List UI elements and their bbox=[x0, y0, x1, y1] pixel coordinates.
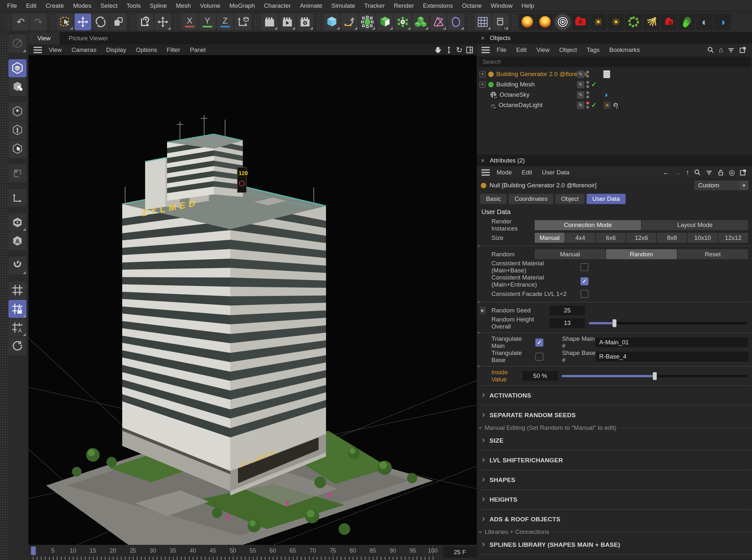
section-splines-library[interactable]: › SPLINES LIBRARY (SHAPES MAIN + BASE) bbox=[477, 537, 752, 552]
render-picture-viewer-button[interactable] bbox=[279, 14, 296, 30]
octane-daylight-button[interactable]: ☀ bbox=[590, 14, 607, 30]
axis-x-button[interactable]: X bbox=[181, 14, 198, 30]
timeline-ruler[interactable]: 5 10 15 20 25 30 35 40 45 50 55 60 65 70… bbox=[28, 545, 440, 560]
pencil-icon[interactable]: ✎ bbox=[577, 91, 584, 99]
subdivision-surface-button[interactable] bbox=[359, 14, 376, 30]
workplane-mode-button[interactable] bbox=[8, 281, 26, 299]
st-tag-button[interactable]: ST bbox=[492, 14, 509, 30]
tab-coordinates[interactable]: Coordinates bbox=[509, 194, 553, 204]
viewport-menu-panel[interactable]: Panel bbox=[185, 46, 211, 54]
menu-render[interactable]: Render bbox=[389, 2, 418, 9]
octane-explosion-button[interactable] bbox=[519, 14, 536, 30]
live-selection-button[interactable] bbox=[57, 14, 74, 30]
octane-sun-alt-button[interactable]: ☀ bbox=[608, 14, 624, 30]
viewport-menu-filter[interactable]: Filter bbox=[162, 46, 185, 54]
volume-button[interactable] bbox=[412, 14, 429, 30]
field-button[interactable] bbox=[448, 14, 464, 30]
snap-button[interactable] bbox=[8, 257, 26, 275]
expand-icon[interactable]: + bbox=[479, 82, 486, 88]
close-icon[interactable]: × bbox=[481, 157, 485, 164]
reset-psr-button[interactable] bbox=[8, 337, 26, 355]
tree-row-building-mesh[interactable]: + Building Mesh ✎ ✓ bbox=[477, 79, 752, 89]
toolbar-drag-handle[interactable] bbox=[4, 14, 11, 30]
random-reset-button[interactable]: Reset bbox=[677, 249, 748, 259]
viewport-menu-view[interactable]: View bbox=[44, 46, 67, 54]
tweak-mode-button[interactable] bbox=[8, 35, 26, 53]
zoom-icon[interactable] bbox=[445, 46, 453, 54]
object-label[interactable]: Building Generator 2.0 @florenoir bbox=[496, 71, 588, 78]
solo-mode-button[interactable] bbox=[8, 214, 26, 232]
object-label[interactable]: OctaneDayLight bbox=[498, 102, 542, 109]
filter-icon[interactable] bbox=[706, 169, 713, 176]
primitive-cube-button[interactable] bbox=[323, 14, 340, 30]
palette-drag-handle[interactable] bbox=[0, 32, 8, 560]
objects-menu-tags[interactable]: Tags bbox=[582, 46, 604, 54]
pencil-icon[interactable]: ✎ bbox=[577, 102, 584, 109]
pencil-icon[interactable]: ✎ bbox=[577, 81, 584, 88]
shape-base-input[interactable] bbox=[596, 352, 748, 361]
enabled-check-icon[interactable]: ✓ bbox=[591, 101, 597, 109]
viewport-menu-cameras[interactable]: Cameras bbox=[67, 46, 101, 54]
model-mode-button[interactable] bbox=[8, 59, 26, 77]
menu-modes[interactable]: Modes bbox=[68, 2, 96, 9]
generator-button[interactable] bbox=[377, 14, 393, 30]
octane-live-viewer-button[interactable] bbox=[554, 14, 571, 30]
octane-texture-blue-button[interactable]: ◑ bbox=[714, 14, 731, 30]
size-6x6-button[interactable]: 6x6 bbox=[596, 233, 626, 243]
random-manual-button[interactable]: Manual bbox=[535, 249, 605, 259]
tree-row-octanesky[interactable]: ST OctaneSky ✎ ◑ bbox=[477, 89, 752, 100]
rotate-tool-button[interactable] bbox=[92, 14, 109, 30]
octane-explosion-alt-button[interactable] bbox=[537, 14, 553, 30]
objects-menu-view[interactable]: View bbox=[531, 46, 554, 54]
octane-scatter-button[interactable] bbox=[625, 14, 642, 30]
enabled-check-icon[interactable]: ✓ bbox=[591, 81, 597, 88]
edges-mode-button[interactable] bbox=[8, 121, 26, 139]
mograph-button[interactable] bbox=[394, 14, 411, 30]
tab-basic[interactable]: Basic bbox=[480, 194, 507, 204]
menu-character[interactable]: Character bbox=[259, 2, 295, 9]
menu-spline[interactable]: Spline bbox=[145, 2, 172, 9]
workplane-button[interactable] bbox=[234, 14, 251, 30]
objects-search-input[interactable] bbox=[479, 58, 750, 66]
visibility-dots-icon[interactable] bbox=[586, 91, 589, 98]
home-icon[interactable]: ⌂ bbox=[719, 46, 723, 54]
workplane-lock-button[interactable] bbox=[8, 300, 26, 318]
orbit-icon[interactable]: ↻ bbox=[456, 46, 462, 54]
move-tool-button[interactable] bbox=[75, 14, 91, 30]
attributes-menu-edit[interactable]: Edit bbox=[517, 169, 537, 176]
menu-animate[interactable]: Animate bbox=[295, 2, 327, 9]
viewport-menu-options[interactable]: Options bbox=[131, 46, 162, 54]
menu-extensions[interactable]: Extensions bbox=[419, 2, 458, 9]
tree-row-octanedaylight[interactable]: ☼ ST OctaneDayLight ✎ ✓ ☀ ⚙ ST bbox=[477, 100, 752, 110]
section-shapes[interactable]: › SHAPES bbox=[477, 473, 752, 487]
axis-mode-button[interactable] bbox=[8, 189, 26, 207]
slider-handle[interactable] bbox=[612, 319, 617, 327]
random-random-button[interactable]: Random bbox=[606, 249, 676, 259]
section-objects-library[interactable]: › OBJECTS LIBRARY bbox=[477, 557, 752, 560]
filter-icon[interactable] bbox=[728, 46, 735, 54]
sun-tag-icon[interactable]: ☀ bbox=[603, 102, 611, 109]
menu-edit[interactable]: Edit bbox=[22, 2, 41, 9]
menu-octane[interactable]: Octane bbox=[458, 2, 486, 9]
viewport-menu-display[interactable]: Display bbox=[101, 46, 131, 54]
size-10x10-button[interactable]: 10x10 bbox=[688, 233, 717, 243]
menu-create[interactable]: Create bbox=[41, 2, 68, 9]
gear-st-tag-icon[interactable]: ⚙ ST bbox=[613, 101, 618, 109]
menu-select[interactable]: Select bbox=[96, 2, 122, 9]
current-frame-field[interactable]: 25 F bbox=[443, 546, 477, 558]
deformer-button[interactable] bbox=[430, 14, 447, 30]
menu-window[interactable]: Window bbox=[486, 2, 517, 9]
tree-row-building-generator[interactable]: + Building Generator 2.0 @florenoir ✎ bbox=[477, 69, 752, 79]
polygons-mode-button[interactable] bbox=[8, 140, 26, 158]
octane-render-camera-button[interactable] bbox=[661, 14, 677, 30]
object-label[interactable]: Building Mesh bbox=[496, 81, 535, 88]
forward-icon[interactable]: → bbox=[674, 169, 681, 176]
pan-hand-icon[interactable] bbox=[434, 46, 442, 54]
toggle-layout-icon[interactable] bbox=[466, 46, 473, 54]
octane-arealight-button[interactable] bbox=[643, 14, 660, 30]
inside-value-slider[interactable] bbox=[562, 372, 747, 380]
section-ads-roof-objects[interactable]: › ADS & ROOF OBJECTS bbox=[477, 512, 752, 526]
consistent-material-base-checkbox[interactable] bbox=[580, 263, 589, 271]
octane-environment-button[interactable] bbox=[678, 14, 695, 30]
layout-mode-button[interactable]: Layout Mode bbox=[642, 220, 748, 230]
